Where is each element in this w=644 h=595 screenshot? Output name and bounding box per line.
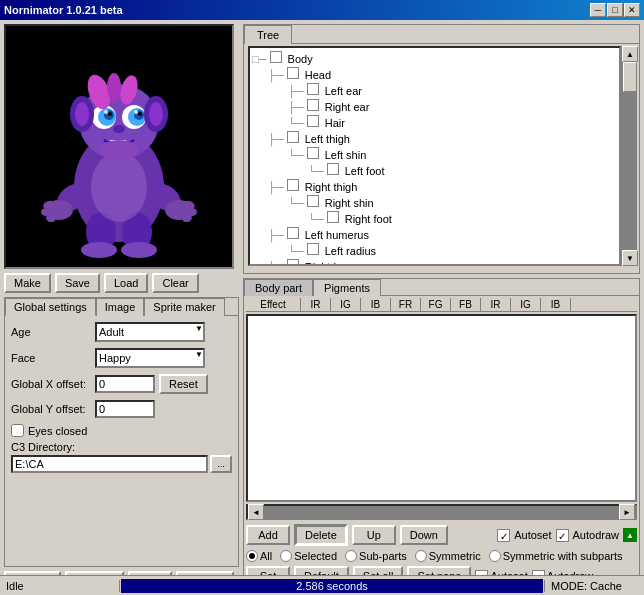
- tab-global-settings[interactable]: Global settings: [5, 298, 96, 316]
- svg-point-21: [107, 73, 121, 101]
- tree-item[interactable]: □─ Body: [252, 50, 617, 66]
- face-select[interactable]: Happy Sad Neutral Angry: [95, 348, 205, 368]
- radio-selected-label: Selected: [294, 550, 337, 562]
- radio-row: All Selected Sub-parts Symmetric: [246, 550, 637, 562]
- autodraw-checkbox[interactable]: [556, 529, 569, 542]
- globalx-label: Global X offset:: [11, 378, 91, 390]
- pigments-grid[interactable]: [246, 314, 637, 502]
- tab-body-part[interactable]: Body part: [244, 279, 313, 296]
- add-button[interactable]: Add: [246, 525, 290, 545]
- col-ir: IR: [301, 298, 331, 311]
- svg-point-9: [138, 112, 142, 116]
- vscroll-up-arrow[interactable]: ▲: [622, 46, 638, 62]
- age-select-wrapper: Adult Young Child: [95, 322, 205, 342]
- rightthigh-checkbox[interactable]: [287, 179, 299, 191]
- radio-symmetric-label: Symmetric: [429, 550, 481, 562]
- svg-point-12: [113, 125, 125, 133]
- tree-item[interactable]: └─ Right shin: [252, 194, 617, 210]
- globalx-input[interactable]: [95, 375, 155, 393]
- hair-checkbox[interactable]: [307, 115, 319, 127]
- left-panel: Make Save Load Clear Global settings Ima…: [4, 24, 239, 591]
- eyes-closed-checkbox[interactable]: [11, 424, 24, 437]
- svg-point-17: [75, 102, 89, 126]
- leftradius-checkbox[interactable]: [307, 243, 319, 255]
- head-checkbox[interactable]: [287, 67, 299, 79]
- tree-item[interactable]: └─ Left foot: [252, 162, 617, 178]
- tab-pigments[interactable]: Pigments: [313, 279, 381, 296]
- lefthumerus-checkbox[interactable]: [287, 227, 299, 239]
- make-button[interactable]: Make: [4, 273, 51, 293]
- hscroll-left-arrow[interactable]: ◄: [248, 504, 264, 520]
- radio-selected-dot[interactable]: [280, 550, 292, 562]
- col-ig2: IG: [511, 298, 541, 311]
- tree-item[interactable]: ├─ Left ear: [252, 82, 617, 98]
- globaly-row: Global Y offset:: [11, 400, 232, 418]
- radio-sub-parts[interactable]: Sub-parts: [345, 550, 407, 562]
- leftfoot-checkbox[interactable]: [327, 163, 339, 175]
- pigments-content: Effect IR IG IB FR FG FB IR IG IB: [244, 296, 639, 590]
- green-up-arrow[interactable]: ▲: [623, 528, 637, 542]
- radio-all-dot[interactable]: [246, 550, 258, 562]
- c3-dir-label: C3 Directory:: [11, 441, 232, 453]
- tree-item[interactable]: └─ Right humerus: [252, 258, 617, 266]
- radio-all[interactable]: All: [246, 550, 272, 562]
- leftear-checkbox[interactable]: [307, 83, 319, 95]
- hscroll-track[interactable]: [264, 506, 619, 518]
- rightfoot-checkbox[interactable]: [327, 211, 339, 223]
- righthumerus-checkbox[interactable]: [287, 259, 299, 266]
- clear-button[interactable]: Clear: [152, 273, 198, 293]
- down-button[interactable]: Down: [400, 525, 448, 545]
- radio-symmetric[interactable]: Symmetric: [415, 550, 481, 562]
- tree-vscrollbar[interactable]: ▲ ▼: [621, 46, 637, 266]
- face-select-wrapper: Happy Sad Neutral Angry: [95, 348, 205, 368]
- up-button[interactable]: Up: [352, 525, 396, 545]
- tree-item[interactable]: └─ Left shin: [252, 146, 617, 162]
- close-button[interactable]: ✕: [624, 3, 640, 17]
- leftshin-checkbox[interactable]: [307, 147, 319, 159]
- tree-item[interactable]: ├─ Right ear: [252, 98, 617, 114]
- browse-button[interactable]: ...: [210, 455, 232, 473]
- h-scrollbar[interactable]: ◄ ►: [246, 504, 637, 520]
- rightshin-checkbox[interactable]: [307, 195, 319, 207]
- bp-tab-headers: Body part Pigments: [244, 279, 639, 296]
- radio-symmetricsub-dot[interactable]: [489, 550, 501, 562]
- globalx-row: Global X offset: Reset: [11, 374, 232, 394]
- tab-sprite-maker[interactable]: Sprite maker: [144, 298, 224, 316]
- leftthigh-checkbox[interactable]: [287, 131, 299, 143]
- autoset-checkbox[interactable]: [497, 529, 510, 542]
- body-checkbox[interactable]: [270, 51, 282, 63]
- tree-item[interactable]: ├─ Left humerus: [252, 226, 617, 242]
- globaly-input[interactable]: [95, 400, 155, 418]
- status-idle: Idle: [0, 580, 120, 592]
- c3-dir-input[interactable]: [11, 455, 208, 473]
- tree-item[interactable]: └─ Hair: [252, 114, 617, 130]
- tree-item[interactable]: ├─ Right thigh: [252, 178, 617, 194]
- save-button[interactable]: Save: [55, 273, 100, 293]
- tree-content[interactable]: □─ Body ├─ Head: [248, 46, 621, 266]
- load-button[interactable]: Load: [104, 273, 148, 293]
- tree-item[interactable]: ├─ Head: [252, 66, 617, 82]
- tab-image[interactable]: Image: [96, 298, 145, 316]
- face-row: Face Happy Sad Neutral Angry: [11, 348, 232, 368]
- radio-symmetric-dot[interactable]: [415, 550, 427, 562]
- radio-selected[interactable]: Selected: [280, 550, 337, 562]
- hscroll-right-arrow[interactable]: ►: [619, 504, 635, 520]
- radio-subparts-dot[interactable]: [345, 550, 357, 562]
- radio-symmetric-sub[interactable]: Symmetric with subparts: [489, 550, 623, 562]
- maximize-button[interactable]: □: [607, 3, 623, 17]
- tree-item[interactable]: └─ Left radius: [252, 242, 617, 258]
- age-select[interactable]: Adult Young Child: [95, 322, 205, 342]
- tree-tab[interactable]: Tree: [244, 25, 292, 44]
- svg-point-35: [121, 242, 157, 258]
- eyes-closed-row: Eyes closed: [11, 424, 232, 437]
- reset-button[interactable]: Reset: [159, 374, 208, 394]
- tree-item[interactable]: └─ Right foot: [252, 210, 617, 226]
- delete-button[interactable]: Delete: [294, 524, 348, 546]
- autodraw-label: Autodraw: [573, 529, 619, 541]
- rightear-checkbox[interactable]: [307, 99, 319, 111]
- vscroll-track[interactable]: [622, 62, 637, 250]
- vscroll-thumb[interactable]: [623, 62, 637, 92]
- vscroll-down-arrow[interactable]: ▼: [622, 250, 638, 266]
- tree-item[interactable]: ├─ Left thigh: [252, 130, 617, 146]
- minimize-button[interactable]: ─: [590, 3, 606, 17]
